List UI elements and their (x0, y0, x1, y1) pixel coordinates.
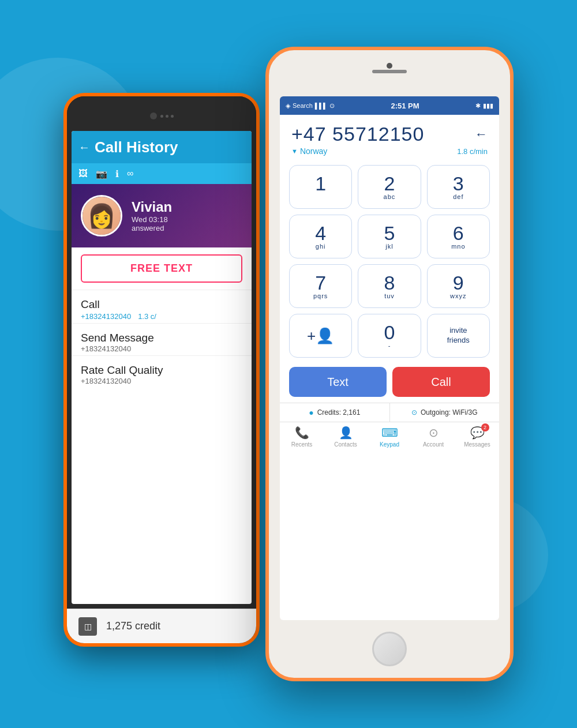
tab-bar: 📞 Recents 👤 Contacts ⌨ Keypad (280, 422, 499, 450)
status-time: 2:51 PM (391, 102, 419, 110)
tab-account-label: Account (423, 441, 444, 448)
call-rate: 1.3 c/ (138, 312, 156, 321)
action-buttons: Text Call (280, 361, 499, 403)
rate-call-number: +18324132040 (81, 377, 242, 385)
tab-contacts[interactable]: 👤 Contacts (324, 426, 368, 448)
country-name: Norway (300, 147, 327, 156)
voicemail-icon: ∞ (127, 168, 133, 179)
credits-left: ● Credits: 2,161 (280, 403, 390, 422)
recents-icon: 📞 (295, 426, 309, 439)
call-menu-item[interactable]: Call +18324132040 1.3 c/ (72, 290, 252, 323)
dialer-number-display: +47 55712150 (291, 123, 424, 145)
contact-date: Wed 03:18 (132, 215, 172, 224)
tab-recents[interactable]: 📞 Recents (280, 426, 324, 448)
key-7[interactable]: 7 pqrs (289, 264, 352, 308)
credits-icon: ◫ (78, 617, 97, 636)
phone-back: ← Call History 🖼 📷 ℹ ∞ 👩 Vivian Wed 03:1… (63, 93, 260, 647)
key-5[interactable]: 5 jkl (358, 215, 421, 258)
tab-messages[interactable]: 💬 2 Messages (455, 426, 499, 448)
back-top-bar: ← Call History (72, 131, 252, 163)
back-arrow-icon[interactable]: ← (78, 141, 90, 154)
signal-icon: ▌▌▌ (315, 103, 327, 109)
info-icon: ℹ (115, 168, 119, 179)
credits-dot-icon: ● (309, 408, 313, 417)
send-message-label: Send Message (81, 332, 242, 344)
call-button[interactable]: Call (392, 367, 490, 397)
call-number: +18324132040 (81, 312, 131, 321)
contact-name: Vivian (132, 199, 172, 215)
avatar: 👩 (81, 195, 122, 237)
text-button[interactable]: Text (289, 367, 387, 397)
key-2[interactable]: 2 abc (358, 165, 421, 209)
key-0[interactable]: 0 - (358, 314, 421, 358)
avatar-face: 👩 (87, 202, 116, 230)
outgoing-label: Outgoing: WiFi/3G (421, 408, 478, 416)
call-rate-display: 1.8 c/min (457, 147, 488, 156)
key-8[interactable]: 8 tuv (358, 264, 421, 308)
tab-account[interactable]: ⊙ Account (411, 426, 455, 448)
back-icons-row: 🖼 📷 ℹ ∞ (72, 163, 252, 184)
phones-container: ← Call History 🖼 📷 ℹ ∞ 👩 Vivian Wed 03:1… (63, 47, 514, 681)
tab-keypad[interactable]: ⌨ Keypad (368, 426, 411, 448)
phone-back-top (67, 96, 256, 131)
dialer-number-row: +47 55712150 ← (280, 115, 499, 147)
contacts-icon: 👤 (339, 426, 353, 439)
country-arrow-icon: ▼ (291, 148, 298, 155)
phone-front: ◈ Search ▌▌▌ ⊙ 2:51 PM ✱ ▮▮▮ +47 5571215… (265, 47, 514, 681)
key-1[interactable]: 1 (289, 165, 352, 209)
speaker (160, 115, 174, 118)
rate-call-menu-item[interactable]: Rate Call Quality +18324132040 (72, 355, 252, 388)
contact-banner: 👩 Vivian Wed 03:18 answered (72, 184, 252, 247)
call-label: Call (81, 298, 242, 311)
tab-contacts-label: Contacts (334, 441, 357, 448)
dialer-country-row: ▼ Norway 1.8 c/min (280, 147, 499, 162)
send-message-menu-item[interactable]: Send Message +18324132040 (72, 323, 252, 355)
image-icon: 🖼 (78, 168, 88, 179)
status-right: ✱ ▮▮▮ (475, 102, 493, 110)
key-4[interactable]: 4 ghi (289, 215, 352, 258)
credits-bar: ● Credits: 2,161 ⊙ Outgoing: WiFi/3G (280, 403, 499, 422)
bluetooth-icon: ✱ (475, 102, 481, 110)
photo-icon: 📷 (96, 168, 107, 179)
wifi-icon: ⊙ (329, 102, 335, 110)
tab-recents-label: Recents (291, 441, 313, 448)
status-left: ◈ Search ▌▌▌ ⊙ (286, 102, 335, 110)
messages-badge: 2 (481, 423, 489, 431)
ios-status-bar: ◈ Search ▌▌▌ ⊙ 2:51 PM ✱ ▮▮▮ (280, 96, 499, 115)
battery-icon: ▮▮▮ (483, 102, 493, 110)
backspace-button[interactable]: ← (475, 127, 488, 142)
tab-keypad-label: Keypad (380, 441, 399, 448)
contact-status: answered (132, 224, 172, 232)
keypad-icon: ⌨ (381, 426, 398, 439)
key-6[interactable]: 6 mno (427, 215, 490, 258)
front-speaker (372, 70, 407, 73)
app-icon: ◈ (286, 102, 290, 110)
iphone-top (269, 50, 510, 96)
credits-amount: Credits: 2,161 (317, 408, 361, 416)
camera-icon (150, 112, 157, 119)
key-9[interactable]: 9 wxyz (427, 264, 490, 308)
back-screen: ← Call History 🖼 📷 ℹ ∞ 👩 Vivian Wed 03:1… (72, 131, 252, 604)
back-bottom-bar: ◫ 1,275 credit (67, 609, 256, 643)
free-text-button[interactable]: FREE TEXT (81, 254, 242, 283)
key-add-contact[interactable]: +👤 (289, 314, 352, 358)
key-3[interactable]: 3 def (427, 165, 490, 209)
wifi-outgoing-icon: ⊙ (411, 408, 417, 416)
credits-right: ⊙ Outgoing: WiFi/3G (390, 403, 500, 422)
iphone-screen: ◈ Search ▌▌▌ ⊙ 2:51 PM ✱ ▮▮▮ +47 5571215… (280, 96, 499, 620)
send-message-number: +18324132040 (81, 344, 242, 353)
front-camera-icon (387, 63, 392, 69)
country-info[interactable]: ▼ Norway (291, 147, 327, 156)
key-invite[interactable]: invitefriends (427, 314, 490, 358)
iphone-bottom (269, 620, 510, 678)
keypad-grid: 1 2 abc 3 def 4 ghi 5 jkl (280, 162, 499, 361)
back-screen-title: Call History (95, 138, 178, 156)
home-button[interactable] (372, 632, 407, 666)
credits-display: 1,275 credit (106, 620, 160, 632)
tab-messages-label: Messages (464, 441, 490, 448)
rate-call-label: Rate Call Quality (81, 364, 242, 377)
account-icon: ⊙ (429, 426, 439, 439)
contact-info: Vivian Wed 03:18 answered (132, 199, 172, 232)
status-search-label: Search (293, 102, 313, 109)
